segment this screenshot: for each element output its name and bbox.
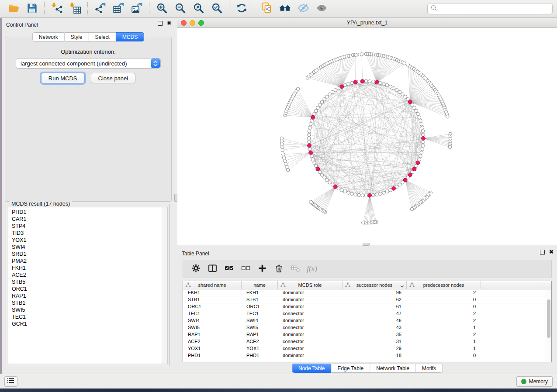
mcds-result-item[interactable]: YOX1 [8, 237, 161, 244]
cell-predecessors: 0 [407, 352, 481, 359]
table-settings-button[interactable] [187, 261, 204, 276]
mcds-result-item[interactable]: TID3 [8, 230, 161, 237]
tab-style[interactable]: Style [65, 32, 89, 41]
mcds-result-item[interactable]: GCR1 [8, 320, 161, 327]
zoom-selected-button[interactable] [208, 1, 226, 16]
task-history-button[interactable] [4, 376, 17, 387]
export-image-button[interactable] [128, 1, 146, 16]
float-panel-icon[interactable] [158, 21, 163, 26]
tab-label: Network [39, 34, 58, 40]
horizontal-splitter-handle[interactable] [363, 243, 370, 246]
desktop-wallpaper [0, 389, 557, 392]
tab-label: Network Table [376, 365, 409, 371]
mcds-result-item[interactable]: PMA2 [8, 258, 161, 265]
column-header-mcds-role[interactable]: MCDS role [278, 281, 343, 289]
mcds-result-item[interactable]: SWI4 [8, 244, 161, 251]
search-input[interactable] [437, 6, 549, 12]
mcds-result-item[interactable]: STB1 [8, 299, 161, 306]
export-table-icon [113, 2, 125, 15]
export-table-button[interactable] [109, 1, 128, 16]
tab-select[interactable]: Select [89, 32, 116, 41]
zoom-fit-button[interactable] [189, 1, 208, 16]
table-row[interactable]: FKH1FKH1dominator962 [183, 289, 551, 296]
status-bar: Memory [0, 374, 557, 389]
run-mcds-button[interactable]: Run MCDS [41, 73, 85, 83]
mcds-result-list[interactable]: PHD1CAR1STP4TID3YOX1SWI4SRD1PMA2FKH1ACE2… [8, 207, 168, 364]
show-all-button[interactable] [312, 1, 331, 16]
close-panel-button[interactable]: Close panel [91, 73, 136, 83]
network-titlebar: YPA_prune.txt_1 [177, 18, 557, 28]
add-column-button[interactable] [254, 261, 270, 276]
open-file-button[interactable] [4, 1, 23, 16]
column-header-shared-name[interactable]: shared name [183, 281, 242, 289]
mcds-result-item[interactable]: FKH1 [8, 265, 161, 272]
table-row[interactable]: PHD1PHD1dominator180 [183, 352, 551, 359]
import-table-from-file-button[interactable] [66, 1, 84, 16]
table-row[interactable]: YOX1YOX1connector291 [183, 345, 551, 352]
show-columns-button[interactable] [204, 261, 221, 276]
mcds-result-item[interactable]: ORC1 [8, 285, 161, 292]
close-table-panel-icon[interactable]: ✖ [549, 250, 554, 254]
network-canvas[interactable] [177, 28, 557, 245]
mcds-result-item[interactable]: SWI5 [8, 306, 161, 313]
mcds-result-item[interactable]: STP4 [8, 223, 161, 230]
tab-mcds[interactable]: MCDS [116, 32, 144, 41]
table-row[interactable]: STB1STB1dominator620 [183, 296, 551, 303]
duplicate-network-button[interactable] [257, 1, 276, 16]
mcds-result-item[interactable]: SRD1 [8, 251, 161, 258]
table-panel: Table Panel ✖ f(x) shared namenameMCDS r… [177, 247, 557, 374]
tab-label: Node Table [298, 365, 325, 371]
delete-column-button[interactable] [270, 261, 287, 276]
zoom-in-button[interactable] [152, 1, 171, 16]
tab-motifs[interactable]: Motifs [416, 364, 443, 373]
search-box[interactable] [427, 3, 553, 14]
memory-button[interactable]: Memory [516, 376, 553, 387]
select-all-button[interactable] [221, 261, 237, 276]
mcds-result-item[interactable]: TEC1 [8, 313, 161, 320]
close-panel-icon[interactable]: ✖ [167, 21, 171, 26]
open-folder-icon [8, 2, 20, 15]
save-session-button[interactable] [23, 1, 41, 16]
show-columns-icon [208, 264, 217, 274]
column-namespace-icon [409, 282, 415, 289]
table-row[interactable]: RAP1RAP1dominator352 [183, 331, 551, 338]
mcds-result-item[interactable]: CAR1 [8, 216, 161, 223]
float-table-panel-icon[interactable] [540, 250, 545, 254]
cell-successors: 18 [343, 352, 407, 359]
cell-role: dominator [278, 303, 343, 310]
table-row[interactable]: TEC1TEC1connector472 [183, 310, 551, 317]
mcds-result-item[interactable]: STB5 [8, 279, 161, 285]
cell-shared_name: RAP1 [183, 331, 242, 338]
apply-layout-button[interactable] [232, 1, 251, 16]
tab-network-table[interactable]: Network Table [370, 364, 416, 373]
table-scrollbar-thumb[interactable] [547, 299, 550, 338]
tab-network[interactable]: Network [32, 32, 65, 41]
tab-node-table[interactable]: Node Table [292, 364, 332, 373]
column-header-successor-nodes[interactable]: successor nodes [343, 281, 407, 289]
table-scrollbar[interactable] [546, 290, 551, 362]
table-row[interactable]: SWI4SWI4dominator462 [183, 317, 551, 324]
mcds-list-scrollbar[interactable] [162, 207, 167, 364]
cell-successors: 31 [343, 338, 407, 345]
table-row[interactable]: ACE2ACE2connector311 [183, 338, 551, 345]
vertical-splitter-handle[interactable] [174, 194, 177, 202]
table-row[interactable]: SWI5SWI5connector431 [183, 324, 551, 331]
table-row[interactable]: ORC1ORC1dominator610 [183, 303, 551, 310]
mcds-result-item[interactable]: ACE2 [8, 272, 161, 279]
sort-menu-icon[interactable] [400, 284, 404, 289]
cell-shared_name: ACE2 [183, 338, 242, 345]
hide-selected-button[interactable] [294, 1, 312, 16]
criterion-dropdown[interactable]: largest connected component (undirected) [16, 58, 161, 69]
export-network-button[interactable] [91, 1, 109, 16]
mcds-result-item[interactable]: RAP1 [8, 292, 161, 299]
deselect-all-button[interactable] [237, 261, 254, 276]
cell-name: ORC1 [242, 303, 278, 310]
column-header-name[interactable]: name [242, 281, 278, 289]
first-neighbors-button[interactable] [276, 1, 294, 16]
tab-edge-table[interactable]: Edge Table [331, 364, 370, 373]
zoom-out-button[interactable] [171, 1, 189, 16]
mcds-result-item[interactable]: PHD1 [8, 209, 161, 216]
column-header-predecessor-nodes[interactable]: predecessor nodes [407, 281, 481, 289]
zoom-in-icon [156, 2, 168, 15]
import-network-from-file-button[interactable] [48, 1, 66, 16]
